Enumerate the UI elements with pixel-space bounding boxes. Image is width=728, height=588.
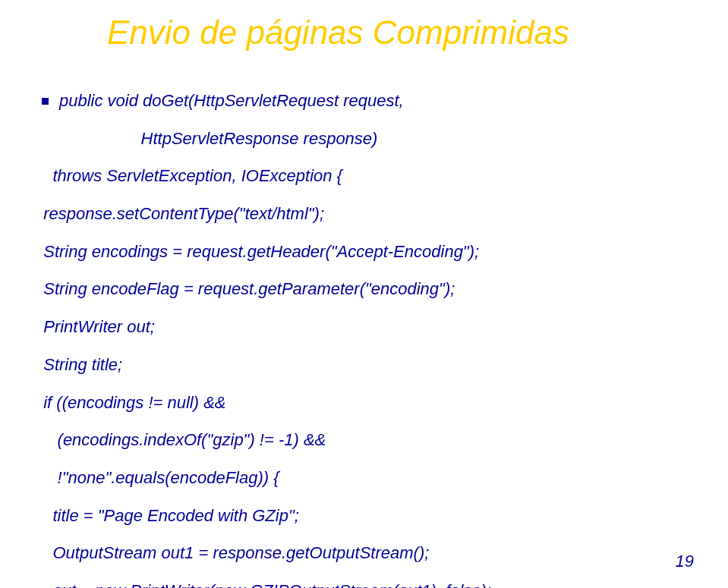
code-block: public void doGet(HttpServletRequest req… xyxy=(34,73,694,588)
code-line: title = "Page Encoded with GZip"; xyxy=(34,507,694,526)
code-line: PrintWriter out; xyxy=(34,318,694,337)
code-line: (encodings.indexOf("gzip") != -1) && xyxy=(34,431,694,450)
code-line: out = new PrintWriter(new GZIPOutputStre… xyxy=(34,582,694,588)
code-line: String encodeFlag = request.getParameter… xyxy=(34,280,694,299)
code-line: HttpServletResponse response) xyxy=(34,130,694,149)
code-line: String encodings = request.getHeader("Ac… xyxy=(34,243,694,262)
code-line: response.setContentType("text/html"); xyxy=(34,205,694,224)
code-line: throws ServletException, IOException { xyxy=(34,167,694,186)
code-line: public void doGet(HttpServletRequest req… xyxy=(34,92,694,111)
code-line: !"none".equals(encodeFlag)) { xyxy=(34,469,694,488)
slide-title: Envio de páginas Comprimidas xyxy=(107,14,694,52)
code-line: if ((encodings != null) && xyxy=(34,394,694,413)
slide: Envio de páginas Comprimidas public void… xyxy=(0,0,728,588)
code-text: public void doGet(HttpServletRequest req… xyxy=(59,92,404,111)
bullet-icon xyxy=(42,98,49,105)
code-line: OutputStream out1 = response.getOutputSt… xyxy=(34,544,694,563)
page-number: 19 xyxy=(676,552,694,571)
code-line: String title; xyxy=(34,356,694,375)
